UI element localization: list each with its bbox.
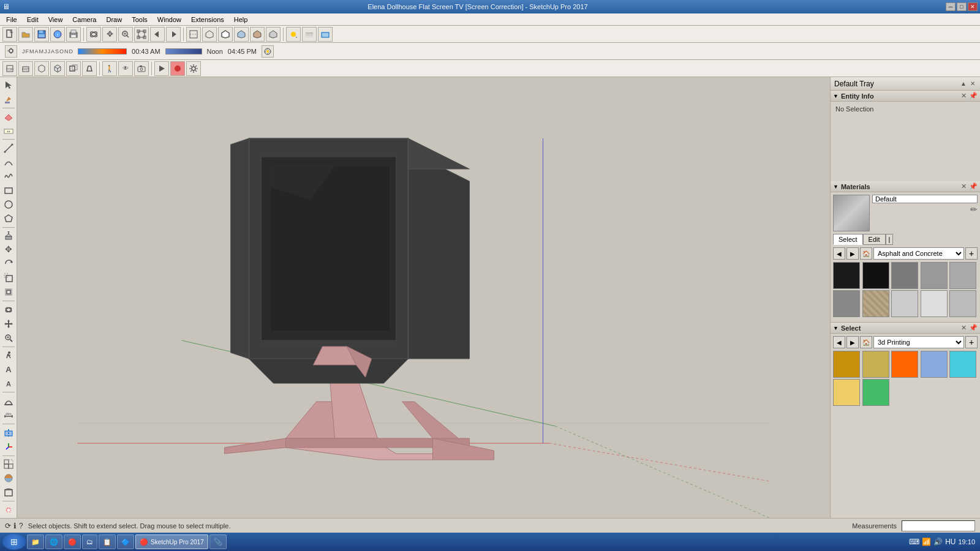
taskbar-sketchup-button[interactable]: 🔴SketchUp Pro 2017 — [135, 534, 208, 549]
menu-item-file[interactable]: File — [1, 15, 22, 24]
zoom-tool[interactable] — [1, 331, 16, 345]
walk-tool[interactable] — [1, 349, 16, 362]
swatch-concrete-white[interactable] — [891, 290, 918, 317]
line-tool[interactable] — [1, 141, 16, 155]
materials-collapse-arrow[interactable]: ▼ — [833, 184, 839, 190]
paint-bucket-tool[interactable] — [1, 92, 16, 106]
window-controls[interactable]: ─ □ ✕ — [946, 2, 978, 11]
front-view[interactable]: FRT — [18, 61, 33, 76]
materials-header[interactable]: ▼ Materials ✕ 📌 — [831, 181, 980, 192]
close-button[interactable]: ✕ — [968, 2, 978, 11]
pan-button[interactable]: ✥ — [102, 27, 117, 42]
material-edit-pencil-icon[interactable]: ✏ — [970, 204, 978, 214]
menu-item-camera[interactable]: Camera — [67, 15, 101, 24]
entity-info-close-btn[interactable]: ✕ — [961, 92, 967, 100]
menu-item-tools[interactable]: Tools — [127, 15, 153, 24]
materials-pin-btn[interactable]: 📌 — [969, 182, 978, 190]
minimize-button[interactable]: ─ — [946, 2, 956, 11]
taskbar-app3-button[interactable]: 🔴 — [64, 534, 81, 549]
swatch-concrete-medium[interactable] — [921, 262, 948, 289]
zoom-extents-button[interactable] — [134, 27, 149, 42]
hidden-line-button[interactable] — [218, 27, 233, 42]
parallel-proj[interactable] — [66, 61, 81, 76]
select2-collapse-arrow[interactable]: ▼ — [833, 325, 839, 331]
wireframe-button[interactable] — [202, 27, 217, 42]
select2-header[interactable]: ▼ Select ✕ 📌 — [831, 323, 980, 334]
select2-home-button[interactable]: 🏠 — [860, 336, 872, 348]
walk-button[interactable]: 🚶 — [102, 61, 117, 76]
swatch-asphalt-worn[interactable] — [862, 262, 889, 289]
sun-position-slider[interactable] — [78, 48, 127, 54]
circle-tool[interactable] — [1, 198, 16, 211]
xray-button[interactable] — [186, 27, 201, 42]
text-tool[interactable]: A — [1, 362, 16, 376]
swatch-3d-tan[interactable] — [862, 351, 889, 378]
freehand-tool[interactable] — [1, 170, 16, 183]
taskbar-app5-button[interactable]: 📋 — [99, 534, 116, 549]
erase-tool[interactable] — [1, 110, 16, 124]
menu-item-help[interactable]: Help — [229, 15, 253, 24]
select2-add-button[interactable]: + — [965, 336, 978, 348]
menu-item-draw[interactable]: Draw — [101, 15, 127, 24]
position-camera-button[interactable] — [134, 61, 149, 76]
taskbar-chrome-button[interactable]: 🌐 — [45, 534, 62, 549]
shaded-button[interactable] — [234, 27, 249, 42]
look-around-button[interactable]: 👁 — [118, 61, 133, 76]
dimension-tool[interactable]: dim — [1, 408, 16, 422]
upload-button[interactable]: ↑ — [50, 27, 65, 42]
tray-close-button[interactable]: ✕ — [969, 80, 976, 87]
iso-view[interactable] — [34, 61, 49, 76]
swatch-concrete-pale[interactable] — [921, 290, 948, 317]
orbit-tool[interactable] — [1, 303, 16, 317]
shadow-settings-button[interactable] — [262, 45, 274, 58]
scale-tool[interactable] — [1, 271, 16, 285]
groups-tool[interactable] — [1, 485, 16, 499]
swatch-concrete-worn[interactable] — [949, 262, 976, 289]
materials-extra-tab[interactable]: | — [886, 234, 894, 245]
weld-tool[interactable]: ✱ — [1, 503, 16, 517]
polygon-tool[interactable] — [1, 212, 16, 225]
menu-item-edit[interactable]: Edit — [22, 15, 43, 24]
tape-measure-tool[interactable]: ⇔ — [1, 124, 16, 138]
status-icon-3[interactable]: ? — [19, 522, 23, 530]
taskbar-app8-button[interactable]: 📎 — [209, 534, 227, 549]
taskbar-app6-button[interactable]: 🔷 — [117, 534, 134, 549]
orbit-button[interactable] — [86, 27, 101, 42]
materials-forward-button[interactable]: ▶ — [846, 247, 859, 260]
shadows-button[interactable] — [286, 27, 301, 42]
materials-tool[interactable] — [1, 471, 16, 485]
taskbar-explorer-button[interactable]: 📁 — [27, 534, 44, 549]
next-view-button[interactable] — [166, 27, 181, 42]
select2-category-select[interactable]: 3d Printing — [873, 336, 964, 348]
swatch-3d-orange-brown[interactable] — [833, 351, 860, 378]
start-button[interactable]: ⊞ — [2, 534, 26, 550]
swatch-3d-orange[interactable] — [891, 351, 918, 378]
move-tool[interactable]: ✥ — [1, 244, 16, 257]
maximize-button[interactable]: □ — [957, 2, 967, 11]
view-back[interactable] — [50, 61, 65, 76]
perspective-proj[interactable] — [82, 61, 97, 76]
swatch-concrete-tan[interactable] — [862, 290, 889, 317]
prev-view-button[interactable] — [150, 27, 165, 42]
3d-text-tool[interactable]: A — [1, 377, 16, 390]
materials-back-button[interactable]: ◀ — [833, 247, 845, 260]
menu-item-window[interactable]: Window — [153, 15, 186, 24]
zoom-button[interactable] — [118, 27, 133, 42]
menu-item-view[interactable]: View — [43, 15, 68, 24]
new-button[interactable] — [2, 27, 17, 42]
status-icon-2[interactable]: ℹ — [13, 522, 17, 530]
offset-tool[interactable] — [1, 285, 16, 299]
section-plane-tool[interactable] — [1, 426, 16, 440]
materials-add-button[interactable]: + — [965, 247, 978, 260]
materials-close-btn[interactable]: ✕ — [961, 182, 967, 190]
monochrome-button[interactable] — [266, 27, 281, 42]
measure-angle-tool[interactable] — [1, 394, 16, 408]
swatch-asphalt-new[interactable] — [833, 262, 860, 289]
entity-info-pin-btn[interactable]: 📌 — [969, 92, 978, 100]
entity-info-header[interactable]: ▼ Entity Info ✕ 📌 — [831, 91, 980, 102]
push-pull-tool[interactable] — [1, 230, 16, 243]
select-tool[interactable] — [1, 78, 16, 92]
swatch-3d-yellow[interactable] — [833, 379, 860, 406]
open-button[interactable] — [18, 27, 33, 42]
section-planes-button[interactable] — [318, 27, 333, 42]
